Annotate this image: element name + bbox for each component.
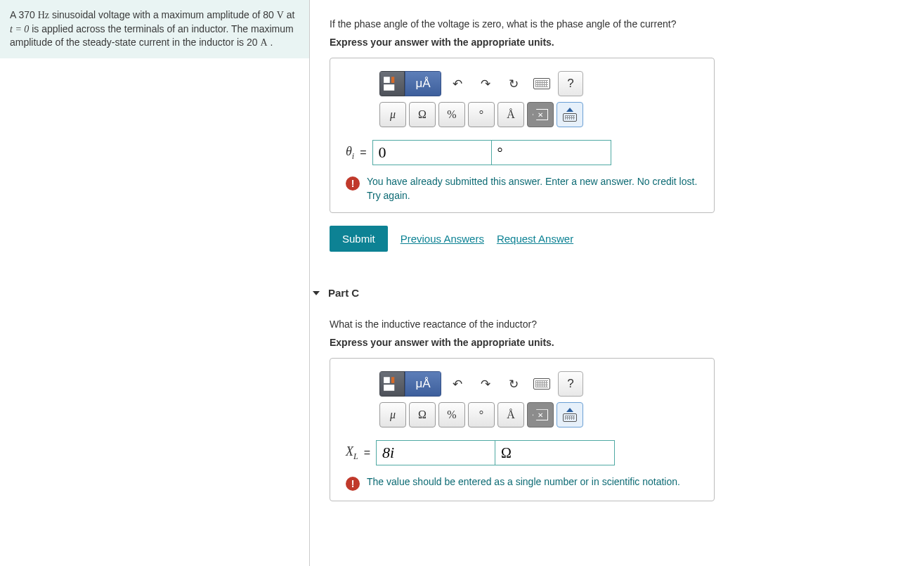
units-button[interactable]: μÅ <box>405 371 441 397</box>
partC-title: Part C <box>328 287 359 299</box>
help-button[interactable]: ? <box>558 71 583 96</box>
equals-sign: = <box>364 446 370 459</box>
omega-button[interactable]: Ω <box>409 102 436 127</box>
page-container: A 370 Hz sinusoidal voltage with a maxim… <box>0 0 924 566</box>
partC-unit-input[interactable] <box>495 440 615 465</box>
partB-feedback-text: You have already submitted this answer. … <box>367 175 704 202</box>
partB-input-row: θi = <box>346 140 704 165</box>
svg-rect-4 <box>391 377 394 383</box>
percent-button[interactable]: % <box>438 102 465 127</box>
partC-feedback-text: The value should be entered as a single … <box>367 475 680 489</box>
partC-input-row: XL = <box>346 440 704 465</box>
redo-icon[interactable]: ↷ <box>474 372 497 396</box>
previous-answers-link[interactable]: Previous Answers <box>401 233 484 245</box>
chevron-down-icon <box>313 291 320 295</box>
partC-header[interactable]: Part C <box>313 287 924 299</box>
partB-feedback: ! You have already submitted this answer… <box>346 175 704 202</box>
partC-feedback: ! The value should be entered as a singl… <box>346 475 704 491</box>
submit-button[interactable]: Submit <box>330 226 388 252</box>
templates-icon[interactable] <box>379 371 405 397</box>
partC-symbol-row: μ Ω % ° Å ✕ <box>379 402 583 427</box>
problem-statement: A 370 Hz sinusoidal voltage with a maxim… <box>0 0 309 58</box>
left-panel: A 370 Hz sinusoidal voltage with a maxim… <box>0 0 309 566</box>
svg-rect-3 <box>384 377 390 383</box>
alert-icon: ! <box>346 477 360 491</box>
mu-button[interactable]: μ <box>379 102 406 127</box>
partB-actions: Submit Previous Answers Request Answer <box>330 226 924 252</box>
partB-symbol-row: μ Ω % ° Å ✕ <box>379 102 583 127</box>
backspace-button[interactable]: ✕ <box>527 402 554 427</box>
keyboard-icon[interactable] <box>530 72 554 96</box>
partB-toolbar: μÅ ↶ ↷ ↻ ? <box>379 71 583 96</box>
svg-rect-2 <box>384 84 394 91</box>
reset-icon[interactable]: ↻ <box>502 72 526 96</box>
partC-question: What is the inductive reactance of the i… <box>330 319 924 330</box>
partC-instruction: Express your answer with the appropriate… <box>330 337 924 348</box>
units-button[interactable]: μÅ <box>405 71 441 96</box>
partC-toolbar: μÅ ↶ ↷ ↻ ? <box>379 371 583 397</box>
request-answer-link[interactable]: Request Answer <box>497 233 573 245</box>
partB-answer-box: μÅ ↶ ↷ ↻ ? μ Ω % ° Å ✕ θi = <box>330 58 715 213</box>
undo-icon[interactable]: ↶ <box>445 72 469 96</box>
partB-instruction: Express your answer with the appropriate… <box>330 37 924 48</box>
keyboard-icon[interactable] <box>530 372 554 396</box>
help-button[interactable]: ? <box>558 371 583 397</box>
right-panel: If the phase angle of the voltage is zer… <box>309 0 924 566</box>
shift-keyboard-button[interactable] <box>557 402 583 427</box>
problem-text: A 370 Hz sinusoidal voltage with a maxim… <box>10 9 294 48</box>
mu-button[interactable]: μ <box>379 402 406 427</box>
undo-icon[interactable]: ↶ <box>445 372 469 396</box>
degree-button[interactable]: ° <box>468 402 495 427</box>
backspace-button[interactable]: ✕ <box>527 102 554 127</box>
partB-question: If the phase angle of the voltage is zer… <box>330 18 924 30</box>
angstrom-button[interactable]: Å <box>497 402 524 427</box>
partB-unit-input[interactable] <box>492 140 611 165</box>
partC-value-input[interactable] <box>376 440 495 465</box>
partC-variable: XL <box>346 444 358 462</box>
svg-rect-1 <box>391 77 394 83</box>
alert-icon: ! <box>346 176 360 191</box>
percent-button[interactable]: % <box>438 402 465 427</box>
partB-value-input[interactable] <box>372 140 492 165</box>
reset-icon[interactable]: ↻ <box>502 372 526 396</box>
svg-rect-5 <box>384 385 394 391</box>
partC-answer-box: μÅ ↶ ↷ ↻ ? μ Ω % ° Å ✕ XL = <box>330 358 715 501</box>
redo-icon[interactable]: ↷ <box>474 72 497 96</box>
omega-button[interactable]: Ω <box>409 402 436 427</box>
equals-sign: = <box>360 146 366 159</box>
templates-icon[interactable] <box>379 71 405 96</box>
partB-variable: θi <box>346 144 354 162</box>
angstrom-button[interactable]: Å <box>497 102 524 127</box>
shift-keyboard-button[interactable] <box>557 102 583 127</box>
svg-rect-0 <box>384 77 390 83</box>
degree-button[interactable]: ° <box>468 102 495 127</box>
